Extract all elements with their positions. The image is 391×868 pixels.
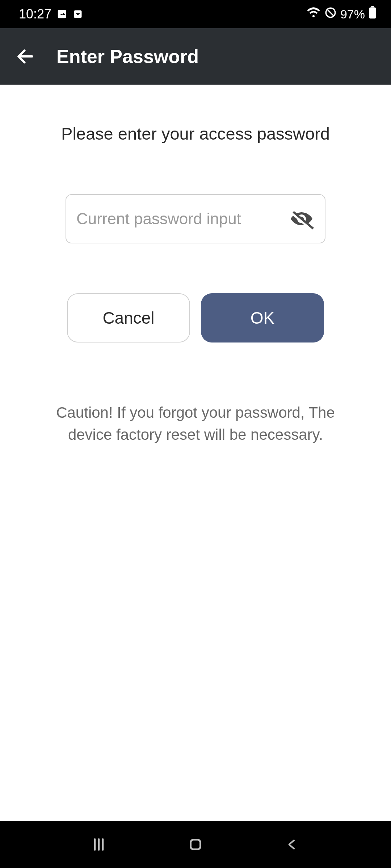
app-bar: Enter Password [0, 28, 391, 85]
prompt-text: Please enter your access password [22, 124, 369, 144]
picture-icon [56, 9, 67, 20]
home-icon [187, 836, 204, 853]
navigation-bar [0, 821, 391, 868]
button-row: Cancel OK [67, 293, 324, 342]
toggle-visibility-button[interactable] [287, 204, 316, 233]
svg-rect-5 [371, 6, 374, 8]
nav-back-button[interactable] [278, 830, 307, 859]
page-title: Enter Password [56, 46, 199, 67]
svg-rect-12 [191, 840, 201, 850]
svg-rect-4 [369, 8, 376, 19]
status-left: 10:27 [19, 7, 83, 22]
ok-button[interactable]: OK [201, 293, 324, 342]
status-time: 10:27 [19, 7, 51, 22]
checkbox-icon [72, 9, 83, 20]
recents-icon [91, 837, 107, 852]
wifi-icon [306, 7, 321, 21]
chevron-left-icon [285, 837, 299, 852]
password-input[interactable] [76, 210, 287, 228]
nav-recents-button[interactable] [84, 830, 113, 859]
cancel-button[interactable]: Cancel [67, 293, 190, 342]
status-right: 97% [306, 6, 377, 22]
content-area: Please enter your access password Cancel… [0, 85, 391, 821]
battery-percent: 97% [340, 7, 365, 21]
battery-icon [369, 6, 377, 22]
arrow-left-icon [15, 46, 35, 67]
back-button[interactable] [14, 46, 36, 67]
status-bar: 10:27 97% [0, 0, 391, 28]
password-input-container [66, 194, 325, 243]
eye-off-icon [289, 206, 315, 232]
do-not-disturb-icon [324, 7, 337, 22]
svg-line-3 [327, 9, 334, 16]
nav-home-button[interactable] [181, 830, 210, 859]
caution-text: Caution! If you forgot your password, Th… [36, 402, 355, 446]
